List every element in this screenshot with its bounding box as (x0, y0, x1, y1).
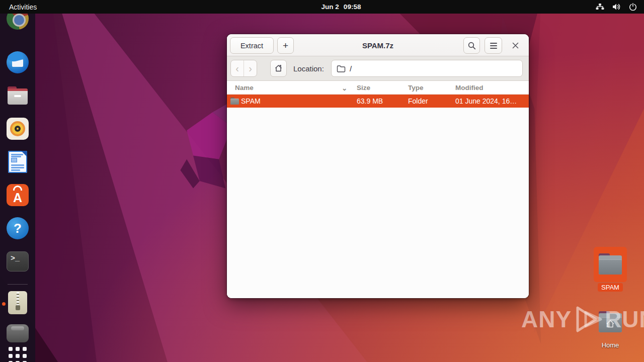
location-input[interactable]: / (331, 60, 523, 77)
dock-item-rhythmbox[interactable] (7, 118, 29, 140)
thunderbird-icon (7, 51, 29, 73)
file-row-spam[interactable]: SPAM 63.9 MB Folder 01 June 2024, 16… (227, 95, 529, 108)
dock-item-help[interactable]: ? (7, 217, 29, 239)
column-header-size[interactable]: Size (357, 81, 370, 95)
clock-time: 09:58 (344, 3, 361, 11)
menu-icon (490, 43, 497, 49)
file-list-empty-area[interactable] (227, 108, 529, 298)
ubuntu-software-icon: A (7, 184, 29, 206)
drive-icon (7, 324, 29, 342)
file-size: 63.9 MB (357, 95, 383, 108)
house-glyph-icon (605, 319, 615, 328)
archive-manager-window: Extract + SPAM.7z (227, 34, 529, 298)
extract-button[interactable]: Extract (230, 37, 274, 54)
location-path: / (350, 64, 352, 73)
column-header-modified[interactable]: Modified (455, 81, 484, 95)
back-icon: ‹ (235, 63, 239, 74)
clock[interactable]: Jun 2 09:58 (321, 3, 361, 11)
folder-path-icon (337, 65, 346, 72)
add-files-button[interactable]: + (277, 37, 294, 54)
power-icon (629, 3, 637, 11)
chrome-icon (7, 14, 29, 30)
files-icon (7, 86, 29, 106)
column-header-type[interactable]: Type (408, 81, 424, 95)
selection-highlight (594, 247, 627, 282)
dock-item-drive[interactable] (7, 322, 29, 344)
running-indicator-dot (2, 302, 6, 306)
show-applications-button[interactable] (8, 346, 28, 362)
search-icon (468, 42, 476, 50)
forward-icon: › (249, 63, 252, 74)
libreoffice-writer-icon (8, 151, 27, 173)
network-icon (596, 3, 604, 11)
history-nav-group: ‹ › (230, 60, 257, 77)
folder-icon (230, 98, 239, 105)
app-grid-icon (9, 347, 13, 351)
desktop-icon-spam[interactable]: SPAM (594, 247, 627, 292)
clock-date: Jun 2 (321, 3, 339, 11)
back-button[interactable]: ‹ (231, 60, 244, 76)
home-button[interactable] (270, 60, 287, 77)
column-header-name[interactable]: Name (235, 81, 254, 95)
dock: A ? >_ (0, 14, 35, 362)
file-name: SPAM (241, 95, 261, 108)
forward-button[interactable]: › (244, 60, 257, 76)
sort-chevron-icon: ⌄ (342, 81, 347, 95)
rhythmbox-icon (7, 118, 29, 140)
close-button[interactable] (507, 37, 523, 54)
close-icon (512, 42, 519, 49)
activities-button[interactable]: Activities (0, 0, 46, 14)
home-icon (274, 64, 283, 72)
desktop-icon-home[interactable]: Home (594, 305, 627, 349)
header-bar[interactable]: Extract + SPAM.7z (227, 34, 529, 56)
dock-item-ubuntu-software[interactable]: A (7, 184, 29, 206)
help-icon: ? (7, 217, 29, 239)
menu-button[interactable] (485, 37, 502, 54)
system-tray[interactable] (596, 0, 639, 14)
dock-item-archive-manager[interactable] (7, 291, 29, 313)
file-list-header: Name ⌄ Size Type Modified (227, 81, 529, 95)
desktop: ANY RUN Activities Jun 2 09:58 (0, 0, 644, 362)
dock-item-libreoffice-writer[interactable] (7, 151, 29, 173)
desktop-icon-label: Home (598, 341, 623, 349)
archive-manager-icon (8, 291, 27, 314)
terminal-icon: >_ (7, 251, 29, 272)
location-label: Location: (293, 56, 324, 81)
icon-tile (594, 305, 627, 340)
file-modified: 01 June 2024, 16… (455, 95, 517, 108)
top-bar: Activities Jun 2 09:58 (0, 0, 644, 14)
file-type: Folder (408, 95, 428, 108)
dock-item-thunderbird[interactable] (7, 51, 29, 73)
dock-divider (8, 284, 28, 285)
folder-icon (597, 253, 623, 276)
activities-label: Activities (9, 3, 37, 11)
desktop-icon-label: SPAM (598, 283, 623, 292)
dock-item-terminal[interactable]: >_ (7, 250, 29, 273)
location-bar: ‹ › Location: / (227, 56, 529, 81)
dock-item-chrome[interactable] (7, 14, 29, 31)
dock-item-files[interactable] (7, 85, 29, 107)
home-folder-icon (597, 311, 623, 333)
search-button[interactable] (463, 37, 480, 54)
volume-icon (612, 3, 621, 11)
